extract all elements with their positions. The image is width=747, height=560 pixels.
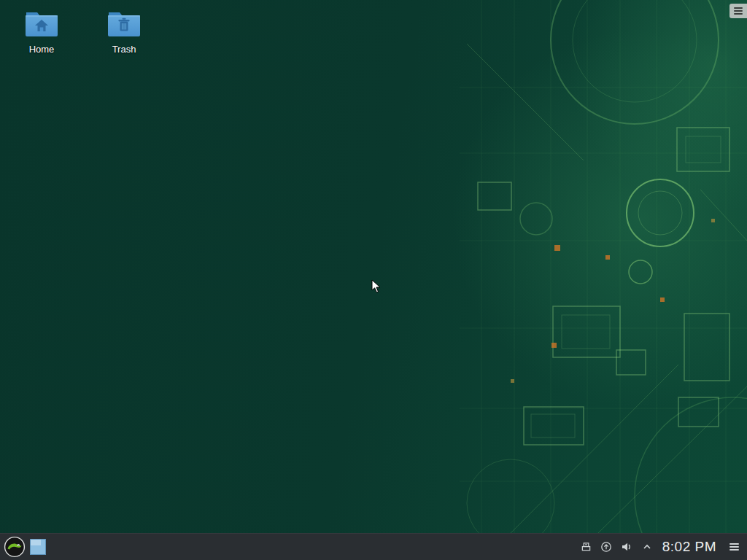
system-tray (580, 541, 654, 553)
digital-clock[interactable]: 8:02 PM (662, 539, 716, 555)
desktop-icon-trash[interactable]: Trash (93, 9, 155, 55)
desktop-icon-label: Home (29, 44, 55, 55)
desktop-icon-home[interactable]: Home (10, 9, 73, 55)
hamburger-menu-icon (729, 543, 739, 551)
expand-tray-arrow-icon[interactable] (641, 541, 654, 553)
folder-home-icon (24, 9, 59, 39)
trash-folder-icon (107, 9, 142, 39)
opensuse-logo-icon (4, 536, 26, 558)
mouse-cursor (371, 279, 382, 294)
taskbar-panel: 8:02 PM (0, 533, 747, 560)
hamburger-menu-icon (734, 7, 743, 15)
panel-overflow-button[interactable] (727, 540, 741, 554)
virtual-desktop-pager[interactable] (30, 539, 46, 555)
wallpaper-blueprint-art (0, 0, 747, 533)
software-updates-icon[interactable] (600, 541, 613, 553)
volume-icon[interactable] (621, 541, 633, 553)
desktop-icon-label: Trash (112, 44, 136, 55)
desktop-wallpaper: Home Trash (0, 0, 747, 533)
device-notifier-icon[interactable] (580, 541, 592, 553)
application-launcher-button[interactable] (3, 536, 26, 559)
desktop-toolbox-button[interactable] (729, 4, 747, 18)
